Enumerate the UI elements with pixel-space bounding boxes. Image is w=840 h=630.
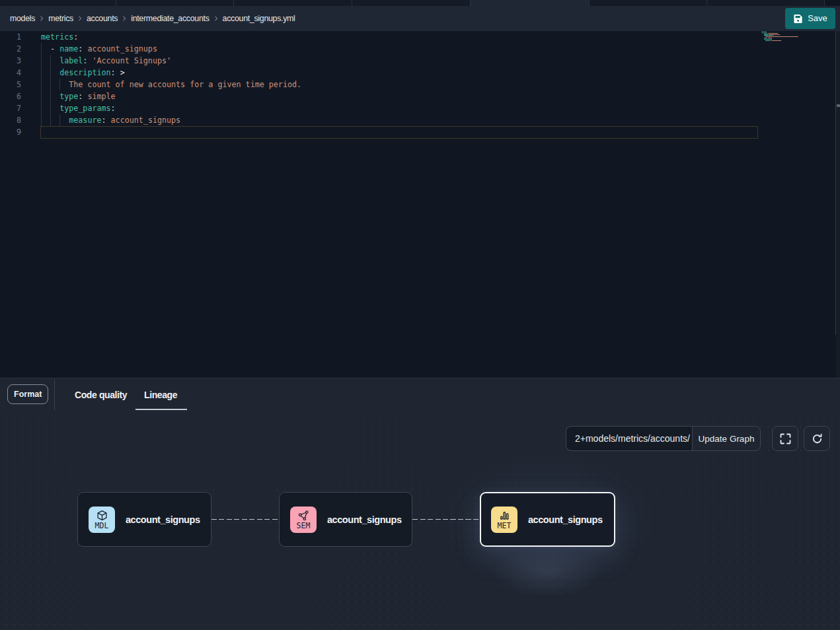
line-number: 4 (0, 67, 21, 79)
file-tab-strip (0, 0, 840, 6)
node-badge-text: MDL (95, 522, 109, 530)
metric-icon (499, 510, 510, 521)
tab-code-quality[interactable]: Code quality (75, 388, 127, 402)
line-number: 7 (0, 102, 21, 114)
refresh-button[interactable] (804, 426, 830, 451)
breadcrumb: modelsmetricsaccountsintermediate_accoun… (10, 6, 295, 31)
code-line-3: label: 'Account Signups' (41, 55, 171, 67)
indent-guide (41, 90, 42, 102)
editor-scrollbar-track[interactable] (836, 31, 840, 378)
line-number: 2 (0, 43, 21, 55)
fullscreen-icon (780, 433, 791, 444)
line-number: 9 (0, 126, 21, 138)
indent-guide (50, 114, 51, 126)
breadcrumb-chevron-icon (213, 15, 219, 22)
node-badge-model: MDL (89, 507, 115, 533)
save-button[interactable]: Save (785, 8, 835, 29)
node-badge-text: SEM (297, 522, 311, 530)
node-badge-text: MET (498, 522, 512, 530)
code-line-7: type_params: (41, 102, 116, 114)
indent-guide (50, 102, 51, 114)
indent-guide (59, 114, 60, 126)
lineage-controls: Update Graph (566, 426, 761, 451)
breadcrumb-item[interactable]: accounts (87, 14, 118, 23)
indent-guide (50, 67, 51, 79)
breadcrumb-chevron-icon (38, 15, 45, 22)
save-label: Save (808, 13, 827, 23)
node-label: account_signups (126, 514, 200, 525)
lineage-node-model[interactable]: MDLaccount_signups (77, 492, 211, 547)
breadcrumb-item[interactable]: models (10, 14, 35, 23)
file-tab-1[interactable] (0, 0, 116, 6)
current-line-highlight (40, 126, 758, 139)
code-line-6: type: simple (41, 90, 116, 102)
refresh-icon (812, 433, 823, 444)
indent-guide (41, 114, 42, 126)
code-editor[interactable]: 1metrics:2 - name: account_signups3 labe… (0, 31, 840, 378)
node-badge-semantic-model: SEM (290, 507, 317, 533)
file-tab-4[interactable] (352, 0, 471, 6)
indent-guide (41, 55, 42, 67)
indent-guide (41, 102, 42, 114)
line-number: 3 (0, 55, 21, 67)
line-number: 8 (0, 114, 21, 126)
save-icon (793, 14, 803, 24)
code-line-8: measure: account_signups (41, 114, 180, 126)
panel-divider (54, 380, 55, 410)
file-tab-7[interactable] (707, 0, 825, 6)
update-graph-button[interactable]: Update Graph (692, 426, 761, 451)
file-tab-3[interactable] (234, 0, 352, 6)
indent-guide (50, 90, 51, 102)
breadcrumb-item[interactable]: account_signups.yml (223, 14, 295, 23)
indent-guide (41, 79, 42, 90)
lineage-node-semantic-model[interactable]: SEMaccount_signups (279, 492, 412, 547)
file-tab-2[interactable] (116, 0, 234, 6)
editor-scrollbar-cursor-mark (837, 104, 840, 107)
bottom-panel: Format Code quality Lineage MDLaccount_s… (0, 378, 840, 630)
editor-minimap[interactable] (761, 32, 801, 48)
lineage-node-metric[interactable]: METaccount_signups (480, 492, 615, 547)
code-line-2: - name: account_signups (41, 43, 157, 55)
line-number: 1 (0, 31, 21, 43)
indent-guide (50, 55, 51, 67)
editor-header-bar: modelsmetricsaccountsintermediate_accoun… (0, 6, 840, 31)
file-tab-6[interactable] (590, 0, 707, 6)
breadcrumb-chevron-icon (121, 15, 128, 22)
fullscreen-button[interactable] (772, 426, 798, 451)
code-line-4: description: > (41, 67, 125, 79)
breadcrumb-chevron-icon (77, 15, 83, 22)
line-number: 6 (0, 90, 21, 102)
lineage-edge-1 (211, 519, 279, 520)
code-line-5: The count of new accounts for a given ti… (41, 79, 301, 90)
tab-lineage[interactable]: Lineage (144, 388, 177, 402)
indent-guide (50, 79, 51, 90)
line-number: 5 (0, 79, 21, 90)
semantic-model-icon (298, 510, 309, 521)
code-line-1: metrics: (41, 31, 78, 43)
format-button[interactable]: Format (7, 384, 48, 404)
model-icon (96, 510, 108, 521)
file-tab-5[interactable] (471, 0, 590, 6)
indent-guide (41, 67, 42, 79)
breadcrumb-item[interactable]: metrics (48, 14, 73, 23)
node-badge-metric: MET (491, 507, 517, 533)
lineage-edge-2 (412, 519, 480, 520)
node-label: account_signups (528, 514, 603, 525)
active-tab-underline (135, 409, 187, 410)
indent-guide (41, 43, 42, 55)
indent-guide (59, 79, 60, 90)
node-label: account_signups (327, 514, 402, 525)
breadcrumb-item[interactable]: intermediate_accounts (131, 14, 209, 23)
lineage-canvas[interactable]: MDLaccount_signupsSEMaccount_signupsMETa… (0, 413, 840, 630)
lineage-selector-input[interactable] (566, 426, 692, 451)
